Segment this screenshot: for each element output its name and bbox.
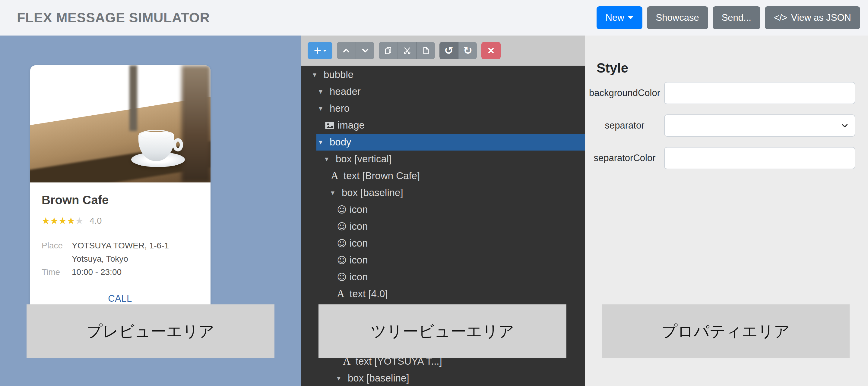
- tree-row[interactable]: image: [322, 117, 585, 134]
- view-as-json-button[interactable]: </> View as JSON: [765, 6, 860, 29]
- toolbar-group: ↺↻: [439, 42, 477, 59]
- tree-row-label: icon: [349, 271, 368, 283]
- redo-button[interactable]: ↻: [458, 42, 477, 59]
- toolbar-group: [308, 42, 332, 59]
- code-icon: </>: [774, 12, 787, 23]
- tree-row-label: icon: [349, 204, 368, 215]
- detail-row: Time10:00 - 23:00: [42, 266, 198, 279]
- tree-row-label: bubble: [323, 69, 353, 80]
- smiley-icon: ☺: [337, 272, 349, 282]
- caret-down-icon: ▾: [325, 155, 336, 163]
- tree-row-label: image: [338, 119, 365, 131]
- separator-select[interactable]: [664, 114, 855, 137]
- tree-row-label: icon: [349, 238, 368, 249]
- tree-toolbar: ↺↻: [301, 36, 585, 66]
- tree-row-label: icon: [349, 221, 368, 232]
- detail-label: Time: [42, 266, 72, 279]
- rating-value: 4.0: [90, 216, 102, 226]
- backgroundColor-control: [664, 82, 855, 104]
- text-icon: A: [331, 170, 343, 182]
- caret-down-icon: ▾: [319, 138, 330, 146]
- app-header: FLEX MESSAGE SIMULATOR New Showcase Send…: [0, 0, 868, 36]
- star-icon: ★: [50, 216, 59, 226]
- new-button-label: New: [606, 12, 624, 23]
- tree-row-label: header: [330, 86, 361, 97]
- tree-row[interactable]: ▾box [baseline]: [329, 184, 585, 201]
- properties-area-overlay: プロパティエリア: [602, 305, 849, 358]
- tree-row-label: box [baseline]: [348, 373, 409, 384]
- add-button[interactable]: [308, 42, 332, 59]
- tree-row-label: box [vertical]: [336, 153, 392, 165]
- separator-control: [664, 114, 855, 137]
- paste-button[interactable]: [416, 42, 435, 59]
- smiley-icon: ☺: [337, 255, 349, 266]
- tree-row[interactable]: ☺icon: [335, 252, 585, 269]
- tree-row-label: hero: [330, 103, 349, 114]
- caret-down-icon: ▾: [337, 374, 348, 382]
- tree-row[interactable]: Atext [Brown Cafe]: [329, 167, 585, 184]
- separatorColor-control: [664, 147, 855, 169]
- hero-image: [30, 65, 211, 182]
- tree-row[interactable]: ▾box [vertical]: [322, 150, 585, 167]
- view-as-json-label: View as JSON: [791, 12, 851, 23]
- call-button[interactable]: CALL: [108, 293, 132, 304]
- undo-button[interactable]: ↺: [439, 42, 458, 59]
- send-button[interactable]: Send...: [713, 6, 760, 29]
- smiley-icon: ☺: [337, 204, 349, 215]
- caret-down-icon: ▾: [313, 70, 323, 79]
- cut-button[interactable]: [398, 42, 416, 59]
- tree-row-label: box [baseline]: [342, 187, 403, 199]
- detail-value: 10:00 - 23:00: [72, 266, 171, 279]
- smiley-icon: ☺: [337, 238, 349, 249]
- move-down-button[interactable]: [355, 42, 374, 59]
- new-button[interactable]: New: [596, 6, 642, 29]
- tree-row-label: body: [330, 136, 351, 148]
- tree-row[interactable]: ☺icon: [335, 201, 585, 218]
- star-rating: ★★★★★ 4.0: [42, 215, 198, 226]
- image-icon: [325, 121, 338, 130]
- tree-row[interactable]: Atext [4.0]: [335, 285, 585, 302]
- separatorColor-input[interactable]: [664, 147, 855, 169]
- hero-right-shadow: [182, 65, 211, 182]
- caret-down-icon: ▾: [331, 188, 342, 197]
- tree-row[interactable]: ▾body: [316, 134, 585, 150]
- star-icon: ★: [75, 216, 84, 226]
- card-title: Brown Cafe: [42, 193, 198, 207]
- showcase-button[interactable]: Showcase: [647, 6, 708, 29]
- delete-button[interactable]: [482, 42, 501, 59]
- tree-row[interactable]: ▾box [baseline]: [335, 370, 585, 386]
- caret-down-icon: ▾: [319, 87, 330, 96]
- card-details: PlaceYOTSUYA TOWER, 1-6-1 Yotsuya, Tokyo…: [42, 239, 198, 279]
- properties-panel: Style backgroundColorseparatorseparatorC…: [585, 36, 868, 386]
- backgroundColor-label: backgroundColor: [585, 87, 664, 99]
- tree-row-label: text [4.0]: [349, 288, 388, 300]
- toolbar-group: [482, 42, 501, 59]
- tree-row-label: icon: [349, 254, 368, 266]
- style-heading: Style: [596, 62, 628, 75]
- copy-button[interactable]: [379, 42, 398, 59]
- star-icon: ★: [59, 216, 67, 226]
- caret-down-icon: [323, 50, 327, 52]
- tree-row-label: text [Brown Cafe]: [343, 170, 420, 182]
- tree-panel: ↺↻ ▾bubble▾header▾heroimage▾body▾box [ve…: [301, 36, 585, 386]
- toolbar-group: [379, 42, 435, 59]
- tree-row[interactable]: ☺icon: [335, 218, 585, 235]
- preview-area-overlay: プレビューエリア: [27, 305, 275, 358]
- detail-value: YOTSUYA TOWER, 1-6-1 Yotsuya, Tokyo: [72, 239, 171, 266]
- star-icon: ★: [42, 216, 50, 226]
- undo-glyph: ↺: [444, 45, 453, 56]
- tree-row[interactable]: ▾bubble: [310, 66, 585, 83]
- tree-row[interactable]: ▾hero: [316, 100, 585, 117]
- tree-row[interactable]: ☺icon: [335, 269, 585, 285]
- caret-down-icon: [628, 16, 633, 19]
- stars: ★★★★★: [42, 215, 84, 226]
- move-up-button[interactable]: [337, 42, 355, 59]
- separatorColor-label: separatorColor: [585, 153, 664, 164]
- backgroundColor-input[interactable]: [664, 82, 855, 104]
- tree-row[interactable]: ☺icon: [335, 235, 585, 252]
- tree-view: ▾bubble▾header▾heroimage▾body▾box [verti…: [301, 66, 585, 302]
- smiley-icon: ☺: [337, 221, 349, 232]
- card-body: Brown Cafe ★★★★★ 4.0 PlaceYOTSUYA TOWER,…: [30, 182, 211, 304]
- tree-row[interactable]: ▾header: [316, 83, 585, 100]
- header-actions: New Showcase Send... </> View as JSON: [596, 6, 860, 29]
